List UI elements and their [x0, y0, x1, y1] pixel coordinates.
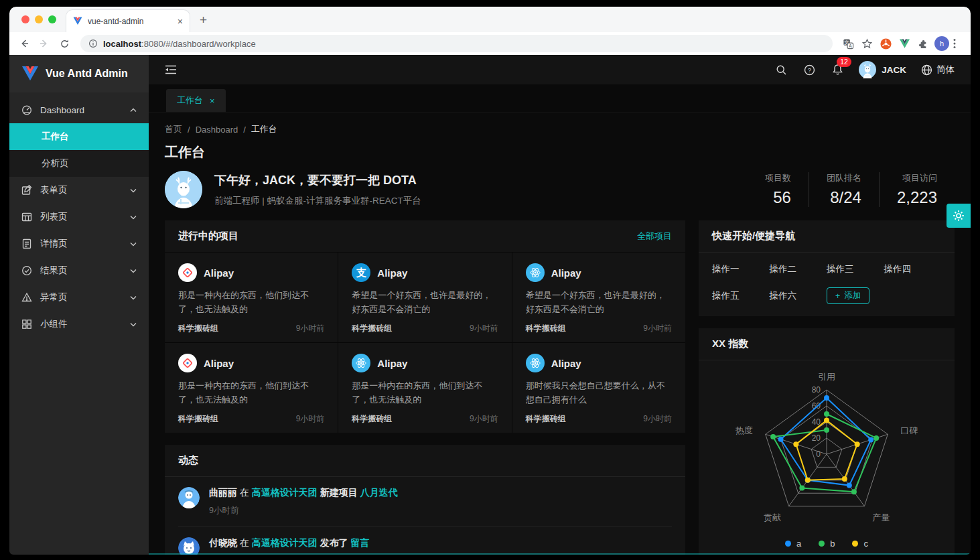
radar-axis-label: 贡献 [764, 512, 781, 522]
globe-icon [921, 64, 932, 76]
radar-data-point [793, 441, 798, 447]
sidebar-item-detail[interactable]: 详情页 [9, 230, 149, 257]
reload-icon[interactable] [56, 36, 72, 52]
page-content: 首页 / Dashboard / 工作台 工作台 下午好，JACK，要不要打一把… [149, 113, 971, 555]
gear-icon [953, 210, 965, 222]
notification-bell-icon[interactable]: 12 [831, 63, 844, 76]
project-group[interactable]: 科学搬砖组 [352, 323, 392, 334]
project-name[interactable]: Alipay [377, 267, 407, 279]
extensions-puzzle-icon[interactable] [916, 36, 930, 51]
stat-label: 项目访问 [897, 172, 937, 184]
tab-workplace[interactable]: 工作台 × [166, 89, 226, 112]
search-icon[interactable] [774, 63, 788, 76]
new-tab-button[interactable]: + [200, 13, 207, 27]
vue-devtools-icon[interactable] [897, 36, 912, 51]
quick-nav-op-5[interactable]: 操作五 [712, 290, 770, 302]
radar-data-point [824, 395, 829, 401]
legend-item-c[interactable]: c [852, 539, 868, 549]
add-button[interactable]: + 添加 [827, 287, 869, 304]
project-group[interactable]: 科学搬砖组 [178, 323, 218, 334]
app-logo[interactable]: Vue Antd Admin [9, 55, 149, 92]
user-name: JACK [882, 65, 906, 75]
radar-data-point [873, 435, 879, 441]
project-name[interactable]: Alipay [551, 358, 581, 369]
project-name[interactable]: Alipay [551, 267, 581, 279]
project-name[interactable]: Alipay [204, 358, 234, 369]
quick-nav-op-2[interactable]: 操作二 [770, 263, 827, 275]
tab-close-icon[interactable]: × [178, 17, 183, 26]
browser-tab[interactable]: vue-antd-admin × [66, 9, 190, 32]
legend-item-a[interactable]: a [785, 539, 801, 549]
forward-icon[interactable] [36, 36, 52, 52]
menu-collapse-icon[interactable] [165, 64, 177, 75]
all-projects-link[interactable]: 全部项目 [637, 230, 672, 242]
stat-value: 56 [765, 188, 791, 207]
help-icon[interactable]: ? [802, 63, 816, 76]
welcome-header: 下午好，JACK，要不要打一把 DOTA 前端工程师 | 蚂蚁金服-计算服务事业… [165, 171, 955, 220]
site-info-icon[interactable] [88, 39, 98, 48]
minimize-window-button[interactable] [35, 15, 43, 23]
quick-nav-op-1[interactable]: 操作一 [712, 263, 770, 275]
activity-target-link[interactable]: 留言 [351, 537, 370, 548]
project-group[interactable]: 科学搬砖组 [526, 323, 566, 334]
language-switcher[interactable]: 简体 [921, 64, 955, 76]
activity-user[interactable]: 付晓晓 [209, 537, 237, 548]
chevron-up-icon [130, 108, 137, 113]
maximize-window-button[interactable] [48, 15, 56, 23]
legend-item-b[interactable]: b [819, 539, 835, 549]
project-name[interactable]: Alipay [204, 267, 234, 279]
bookmark-star-icon[interactable] [859, 36, 874, 51]
project-card[interactable]: 支Alipay希望是一个好东西，也许是最好的，好东西是不会消亡的科学搬砖组9小时… [338, 253, 511, 342]
project-time: 9小时前 [470, 413, 498, 425]
svg-text:A: A [848, 43, 851, 48]
quick-nav-op-4[interactable]: 操作四 [884, 263, 942, 275]
sidebar-item-dashboard[interactable]: Dashboard [9, 96, 149, 123]
breadcrumb-dashboard[interactable]: Dashboard [196, 125, 238, 135]
project-card[interactable]: Alipay那是一种内在的东西，他们到达不了，也无法触及的科学搬砖组9小时前 [338, 343, 511, 433]
activity-user[interactable]: 曲丽丽 [209, 487, 237, 498]
sidebar-item-analysis[interactable]: 分析页 [9, 150, 149, 177]
tab-close-icon[interactable]: × [210, 96, 215, 106]
project-card[interactable]: Alipay那时候我只会想自己想要什么，从不想自己拥有什么科学搬砖组9小时前 [512, 343, 685, 433]
dashboard-submenu: 工作台 分析页 [9, 123, 149, 177]
activity-team-link[interactable]: 高逼格设计天团 [252, 537, 318, 548]
project-card[interactable]: Alipay那是一种内在的东西，他们到达不了，也无法触及的科学搬砖组9小时前 [165, 253, 338, 342]
project-name[interactable]: Alipay [377, 358, 407, 369]
chevron-down-icon [130, 242, 137, 247]
sidebar-item-forms[interactable]: 表单页 [9, 177, 149, 204]
radar-data-point [778, 437, 784, 442]
browser-profile-avatar[interactable]: h [934, 36, 949, 51]
project-group[interactable]: 科学搬砖组 [526, 413, 566, 425]
activity-item: 付晓晓 在 高逼格设计天团 发布了 留言 9小时前 [178, 527, 672, 555]
user-menu[interactable]: JACK [859, 61, 906, 78]
activity-target-link[interactable]: 八月迭代 [360, 487, 398, 498]
sidebar-item-workplace[interactable]: 工作台 [9, 123, 149, 150]
extension-orange-icon[interactable] [878, 36, 893, 51]
sidebar-item-result[interactable]: 结果页 [9, 257, 149, 284]
svg-text:?: ? [808, 66, 811, 74]
project-group[interactable]: 科学搬砖组 [352, 413, 392, 425]
sidebar-item-widgets[interactable]: 小组件 [9, 311, 149, 338]
sidebar-item-exception[interactable]: 异常页 [9, 284, 149, 311]
react-icon [526, 354, 545, 372]
browser-menu-icon[interactable] [953, 38, 964, 49]
project-card[interactable]: Alipay希望是一个好东西，也许是最好的，好东西是不会消亡的科学搬砖组9小时前 [512, 253, 685, 342]
app-root: Vue Antd Admin Dashboard 工作台 分析页 表单页 [9, 55, 971, 555]
radar-data-point [851, 489, 857, 494]
address-bar[interactable]: localhost:8080/#/dashboard/workplace [80, 35, 833, 52]
welcome-greeting: 下午好，JACK，要不要打一把 DOTA [214, 172, 421, 188]
chevron-down-icon [130, 215, 137, 220]
quick-nav-op-6[interactable]: 操作六 [770, 290, 827, 302]
project-group[interactable]: 科学搬砖组 [178, 413, 218, 425]
sidebar-item-list[interactable]: 列表页 [9, 204, 149, 230]
activity-team-link[interactable]: 高逼格设计天团 [252, 487, 318, 498]
back-icon[interactable] [16, 36, 32, 52]
translate-icon[interactable]: 文A [841, 36, 855, 51]
close-window-button[interactable] [21, 15, 29, 23]
breadcrumb-home[interactable]: 首页 [165, 123, 182, 135]
settings-gear-button[interactable] [947, 204, 971, 228]
project-card[interactable]: Alipay那是一种内在的东西，他们到达不了，也无法触及的科学搬砖组9小时前 [165, 343, 338, 433]
radar-data-point [799, 485, 804, 490]
quick-nav-op-3[interactable]: 操作三 [827, 263, 884, 275]
table-icon [21, 212, 32, 222]
